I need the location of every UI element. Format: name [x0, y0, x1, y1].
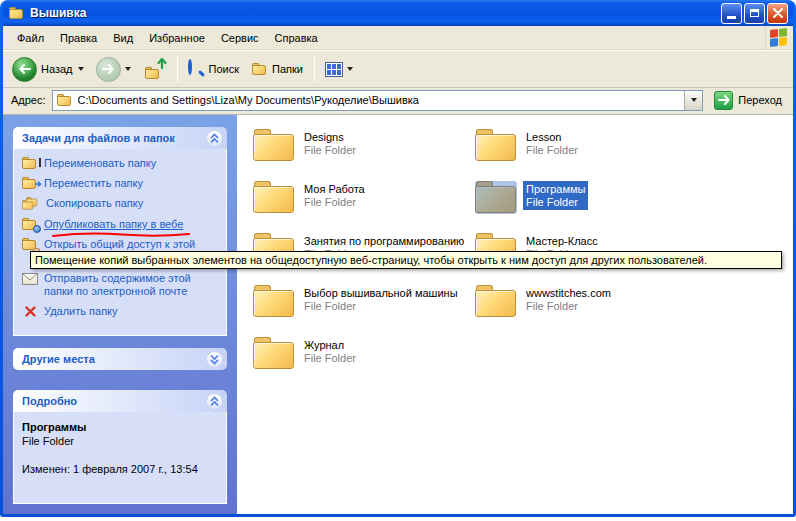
views-button[interactable] — [320, 59, 358, 80]
menu-tools[interactable]: Сервис — [213, 29, 267, 47]
task-pane: Задачи для файлов и папок Переименовать … — [3, 115, 237, 514]
expand-button[interactable] — [206, 351, 223, 368]
file-item-vybor-mashiny[interactable]: Выбор вышивальной машиныFile Folder — [253, 285, 468, 320]
task-rename-folder[interactable]: Переименовать папку — [22, 157, 220, 170]
file-type: File Folder — [304, 144, 356, 157]
task-publish-folder-web[interactable]: Опубликовать папку в вебе — [22, 218, 220, 231]
rename-folder-icon — [22, 157, 38, 170]
task-label: Переименовать папку — [44, 157, 156, 170]
forward-dropdown-icon[interactable] — [125, 67, 131, 71]
content-area: Задачи для файлов и папок Переименовать … — [3, 115, 793, 514]
views-dropdown-icon — [347, 67, 353, 71]
file-name: Программы — [526, 183, 585, 196]
panel-other-places: Другие места — [13, 348, 227, 370]
minimize-button[interactable] — [721, 3, 742, 24]
panel-title: Другие места — [22, 353, 95, 365]
task-label: Отправить содержимое этой папки по элект… — [44, 272, 220, 298]
file-name: Designs — [304, 131, 356, 144]
task-label: Открыть общий доступ к этой — [44, 238, 195, 251]
file-type: File Folder — [526, 300, 611, 313]
panel-header-tasks[interactable]: Задачи для файлов и папок — [13, 127, 227, 149]
panel-header-details[interactable]: Подробно — [13, 390, 227, 412]
collapse-button[interactable] — [206, 393, 223, 410]
folder-icon — [475, 129, 517, 162]
file-item-designs[interactable]: DesignsFile Folder — [253, 129, 468, 164]
title-bar[interactable]: Вышивка — [3, 0, 793, 26]
task-label: Скопировать папку — [46, 197, 143, 211]
windows-logo-icon — [765, 27, 791, 49]
folder-icon — [253, 181, 295, 214]
task-delete-folder[interactable]: Удалить папку — [22, 305, 220, 318]
panel-title: Задачи для файлов и папок — [22, 132, 175, 144]
chevron-down-icon — [210, 354, 219, 365]
move-folder-icon — [22, 177, 38, 190]
file-type: File Folder — [304, 196, 365, 209]
email-icon — [22, 273, 38, 285]
file-list: DesignsFile Folder Моя РаботаFile Folder… — [237, 115, 793, 514]
menu-file[interactable]: Файл — [9, 29, 52, 47]
menu-favorites[interactable]: Избранное — [141, 29, 213, 47]
go-button[interactable]: Переход — [709, 89, 787, 112]
menu-bar: Файл Правка Вид Избранное Сервис Справка — [3, 26, 793, 50]
task-copy-folder[interactable]: Скопировать папку — [22, 197, 220, 211]
panel-title: Подробно — [22, 395, 77, 407]
task-share-folder[interactable]: Открыть общий доступ к этой — [22, 238, 220, 251]
folders-button[interactable]: Папки — [247, 60, 309, 79]
folder-icon — [253, 285, 295, 318]
address-label: Адрес: — [11, 94, 46, 106]
chevron-up-icon — [210, 396, 219, 407]
file-column-2: LessonFile Folder ПрограммыFile Folder М… — [475, 129, 690, 337]
share-folder-icon — [22, 238, 38, 251]
file-name: Занятия по программированию — [304, 235, 464, 248]
close-button[interactable] — [767, 3, 788, 24]
menu-view[interactable]: Вид — [105, 29, 141, 47]
back-label: Назад — [41, 63, 74, 75]
go-icon — [714, 91, 733, 110]
folder-icon — [253, 129, 295, 162]
task-label: Удалить папку — [44, 305, 118, 318]
file-name: Lesson — [526, 131, 578, 144]
file-item-lesson[interactable]: LessonFile Folder — [475, 129, 690, 164]
back-button[interactable]: Назад — [7, 54, 89, 85]
details-modified: Изменен: 1 февраля 2007 г., 13:54 — [22, 462, 220, 476]
search-button[interactable]: Поиск — [183, 58, 245, 81]
file-name: Мастер-Класс — [526, 235, 598, 248]
copy-folder-icon — [22, 197, 40, 211]
folders-icon — [252, 63, 268, 76]
file-type: File Folder — [526, 144, 578, 157]
folder-icon — [253, 337, 295, 370]
toolbar-separator — [177, 56, 178, 82]
file-item-programmy-selected[interactable]: ПрограммыFile Folder — [475, 181, 690, 216]
address-dropdown-button[interactable] — [684, 91, 702, 110]
forward-button[interactable] — [91, 54, 136, 85]
go-label: Переход — [738, 94, 782, 106]
up-folder-icon — [143, 58, 167, 80]
address-input[interactable]: C:\Documents and Settings\Liza\My Docume… — [52, 90, 704, 111]
forward-icon — [96, 57, 121, 82]
file-item-moya-rabota[interactable]: Моя РаботаFile Folder — [253, 181, 468, 216]
chevron-up-icon — [210, 133, 219, 144]
window-title: Вышивка — [30, 6, 86, 20]
back-dropdown-icon[interactable] — [78, 67, 84, 71]
file-item-zhurnal[interactable]: ЖурналFile Folder — [253, 337, 468, 372]
panel-body-tasks: Переименовать папку Переместить папку — [13, 149, 227, 336]
panel-header-other-places[interactable]: Другие места — [13, 348, 227, 370]
file-name: wwwstitches.com — [526, 287, 611, 300]
task-email-folder[interactable]: Отправить содержимое этой папки по элект… — [22, 272, 220, 298]
file-type: File Folder — [304, 352, 356, 365]
file-item-wwwstitches[interactable]: wwwstitches.comFile Folder — [475, 285, 690, 320]
address-bar: Адрес: C:\Documents and Settings\Liza\My… — [3, 88, 793, 115]
maximize-button[interactable] — [744, 3, 765, 24]
up-button[interactable] — [138, 55, 172, 83]
address-path: C:\Documents and Settings\Liza\My Docume… — [78, 94, 419, 106]
file-name: Выбор вышивальной машины — [304, 287, 458, 300]
menu-help[interactable]: Справка — [267, 29, 326, 47]
search-icon — [188, 61, 205, 78]
tooltip: Помещение копий выбранных элементов на о… — [30, 251, 782, 269]
file-type: File Folder — [526, 196, 585, 209]
details-name: Программы — [22, 420, 220, 434]
collapse-button[interactable] — [206, 130, 223, 147]
dropdown-icon — [691, 98, 697, 102]
menu-edit[interactable]: Правка — [52, 29, 105, 47]
task-move-folder[interactable]: Переместить папку — [22, 177, 220, 190]
